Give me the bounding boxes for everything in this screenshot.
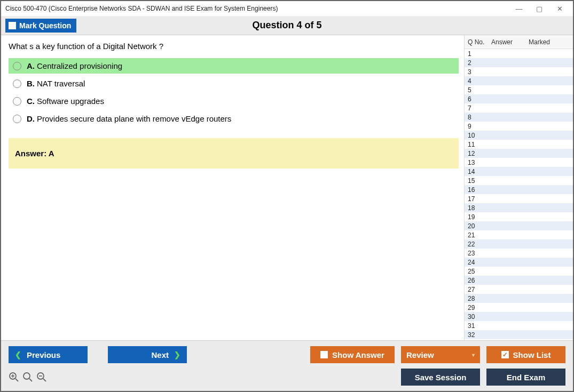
question-number: 31 xyxy=(468,322,491,330)
list-item[interactable]: 6 xyxy=(465,94,573,103)
show-list-button[interactable]: Show List xyxy=(486,346,565,363)
list-item[interactable]: 31 xyxy=(465,321,573,330)
radio-icon[interactable] xyxy=(13,97,21,106)
option-letter: A. xyxy=(27,61,35,70)
zoom-out-icon[interactable] xyxy=(36,372,47,382)
review-label: Review xyxy=(406,350,434,359)
list-item[interactable]: 13 xyxy=(465,158,573,167)
option-letter: D. xyxy=(27,114,35,123)
option-letter: B. xyxy=(27,79,35,88)
question-number: 22 xyxy=(468,241,491,248)
svg-line-5 xyxy=(29,379,32,381)
list-item[interactable]: 19 xyxy=(465,212,573,221)
list-item[interactable]: 1 xyxy=(465,49,573,58)
show-answer-button[interactable]: Show Answer xyxy=(310,346,395,363)
list-item[interactable]: 26 xyxy=(465,276,573,285)
window-title: Cisco 500-470 (Cisco Enterprise Networks… xyxy=(5,5,278,12)
mark-question-label: Mark Question xyxy=(19,21,71,30)
radio-icon[interactable] xyxy=(13,115,21,123)
question-number: 20 xyxy=(468,222,491,230)
svg-line-1 xyxy=(15,379,18,381)
list-item[interactable]: 7 xyxy=(465,103,573,113)
question-number: 19 xyxy=(468,213,491,221)
options-list: A. Centralized provisioningB. NAT traver… xyxy=(9,58,459,129)
question-number: 14 xyxy=(468,168,491,175)
radio-icon[interactable] xyxy=(13,62,21,70)
question-number: 23 xyxy=(468,250,491,257)
question-number: 8 xyxy=(468,114,491,121)
list-item[interactable]: 10 xyxy=(465,131,573,140)
list-item[interactable]: 30 xyxy=(465,312,573,321)
list-item[interactable]: 5 xyxy=(465,85,573,94)
question-number: 2 xyxy=(468,59,491,67)
list-item[interactable]: 15 xyxy=(465,176,573,185)
question-number: 18 xyxy=(468,204,491,212)
mark-question-button[interactable]: Mark Question xyxy=(5,19,76,33)
question-number: 6 xyxy=(468,95,491,103)
list-item[interactable]: 12 xyxy=(465,149,573,158)
list-item[interactable]: 9 xyxy=(465,122,573,131)
list-item[interactable]: 22 xyxy=(465,239,573,249)
option-row[interactable]: A. Centralized provisioning xyxy=(9,58,459,74)
previous-button[interactable]: ❮ Previous xyxy=(9,346,88,363)
question-number: 3 xyxy=(468,68,491,76)
previous-label: Previous xyxy=(27,350,60,359)
question-number: 24 xyxy=(468,259,491,266)
zoom-in-icon[interactable] xyxy=(9,372,19,382)
end-exam-button[interactable]: End Exam xyxy=(486,369,565,386)
app-window: Cisco 500-470 (Cisco Enterprise Networks… xyxy=(0,0,574,392)
svg-point-4 xyxy=(23,373,30,379)
question-number: 4 xyxy=(468,77,491,85)
zoom-reset-icon[interactable] xyxy=(22,372,33,382)
question-list-scroll[interactable]: 1234567891011121314151617181920212223242… xyxy=(465,49,573,340)
question-number: 16 xyxy=(468,186,491,194)
list-item[interactable]: 25 xyxy=(465,267,573,276)
list-item[interactable]: 27 xyxy=(465,285,573,294)
list-item[interactable]: 8 xyxy=(465,113,573,122)
question-number: 28 xyxy=(468,295,491,302)
question-number: 10 xyxy=(468,132,491,139)
review-button[interactable]: Review ▾ xyxy=(401,346,480,363)
titlebar: Cisco 500-470 (Cisco Enterprise Networks… xyxy=(1,1,573,16)
option-row[interactable]: D. Provides secure data plane with remov… xyxy=(9,111,459,126)
list-item[interactable]: 29 xyxy=(465,303,573,312)
next-button[interactable]: Next ❯ xyxy=(108,346,187,363)
question-number: 15 xyxy=(468,177,491,185)
list-item[interactable]: 21 xyxy=(465,230,573,239)
question-number: 5 xyxy=(468,86,491,94)
question-number: 26 xyxy=(468,277,491,284)
list-item[interactable]: 3 xyxy=(465,67,573,76)
list-item[interactable]: 2 xyxy=(465,58,573,67)
save-session-label: Save Session xyxy=(415,373,467,382)
list-item[interactable]: 17 xyxy=(465,194,573,203)
col-qno: Q No. xyxy=(468,38,491,46)
list-item[interactable]: 11 xyxy=(465,140,573,149)
list-item[interactable]: 28 xyxy=(465,294,573,303)
list-item[interactable]: 32 xyxy=(465,330,573,339)
col-marked: Marked xyxy=(529,38,573,46)
maximize-icon[interactable]: ▢ xyxy=(530,2,548,15)
save-session-button[interactable]: Save Session xyxy=(401,369,480,386)
option-letter: C. xyxy=(27,97,35,106)
list-item[interactable]: 33 xyxy=(465,339,573,340)
question-number: 9 xyxy=(468,123,491,130)
radio-icon[interactable] xyxy=(13,79,21,88)
close-icon[interactable]: ✕ xyxy=(551,2,569,15)
list-item[interactable]: 18 xyxy=(465,203,573,212)
list-item[interactable]: 24 xyxy=(465,258,573,267)
question-number: 13 xyxy=(468,159,491,166)
list-item[interactable]: 20 xyxy=(465,221,573,230)
list-item[interactable]: 14 xyxy=(465,167,573,176)
option-text: Centralized provisioning xyxy=(37,61,122,70)
question-number: 21 xyxy=(468,231,491,239)
option-text: Software upgrades xyxy=(37,97,104,106)
option-row[interactable]: B. NAT traversal xyxy=(9,76,459,91)
list-item[interactable]: 23 xyxy=(465,249,573,258)
option-text: NAT traversal xyxy=(37,79,85,88)
list-item[interactable]: 16 xyxy=(465,185,573,194)
minimize-icon[interactable]: — xyxy=(510,2,528,15)
option-row[interactable]: C. Software upgrades xyxy=(9,93,459,109)
chevron-left-icon: ❮ xyxy=(15,350,21,359)
footer: ❮ Previous Next ❯ Show Answer Review ▾ S… xyxy=(1,340,573,391)
list-item[interactable]: 4 xyxy=(465,76,573,85)
